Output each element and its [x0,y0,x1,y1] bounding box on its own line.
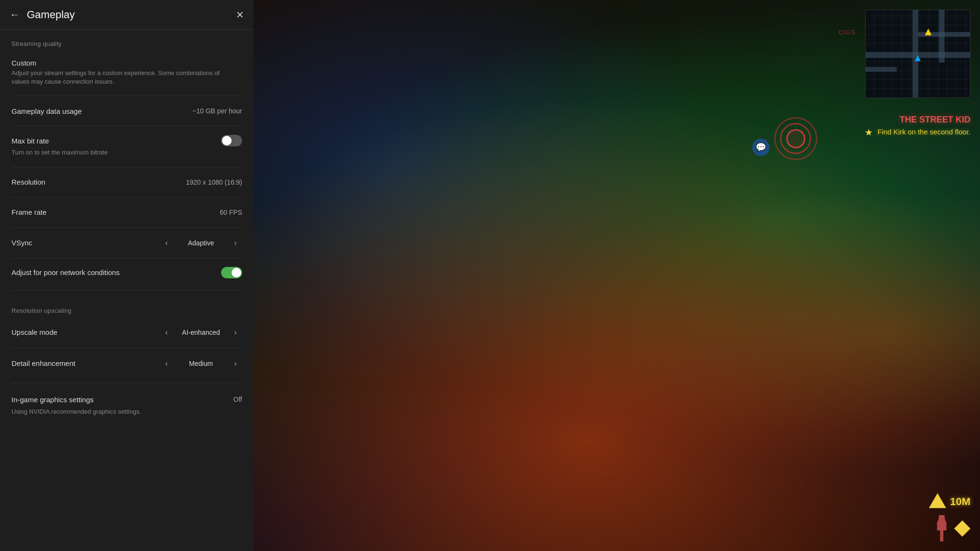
max-bit-rate-desc: Turn on to set the maximum bitrate [11,148,232,157]
max-bit-rate-toggle[interactable] [221,135,242,146]
upscale-mode-label: Upscale mode [11,328,160,336]
detail-enhancement-label: Detail enhancement [11,359,160,367]
upscale-mode-selector[interactable]: ‹ AI-enhanced › [160,326,242,339]
ingame-graphics-desc: Using NVIDIA recommended graphics settin… [11,408,232,416]
detail-enhancement-selector[interactable]: ‹ Medium › [160,357,242,370]
close-button[interactable]: ✕ [236,10,244,20]
custom-title: Custom [11,59,36,67]
gameplay-data-usage-label: Gameplay data usage [11,107,82,115]
upscale-mode-value: AI-enhanced [177,329,225,336]
adjust-network-label: Adjust for poor network conditions [11,268,221,276]
resolution-label: Resolution [11,178,45,186]
panel-content[interactable]: Streaming quality Custom Adjust your str… [0,30,254,551]
frame-rate-value: 60 FPS [220,209,242,216]
divider-1 [11,96,242,96]
detail-enhancement-value: Medium [177,360,225,367]
divider-2 [11,126,242,126]
vsync-next-button[interactable]: › [229,236,242,250]
gameplay-data-usage-row: Gameplay data usage ~10 GB per hour [0,98,254,124]
target-ring [774,117,817,160]
vsync-selector[interactable]: ‹ Adaptive › [160,236,242,250]
vsync-label: VSync [11,239,160,247]
resolution-value: 1920 x 1080 (16:9) [186,178,242,186]
detail-enhancement-prev-button[interactable]: ‹ [160,357,173,370]
divider-6 [11,258,242,259]
detail-enhancement-row: Detail enhancement ‹ Medium › [0,350,254,377]
section-divider-1 [11,290,242,291]
ingame-graphics-value: Off [234,396,242,403]
ingame-graphics-label: In-game graphics settings [11,396,234,404]
frame-rate-row: Frame rate 60 FPS [0,199,254,225]
max-bit-rate-row: Max bit rate Turn on to set the maximum … [0,128,254,165]
panel-title: Gameplay [27,9,236,21]
vsync-value: Adaptive [177,239,225,247]
quest-title: THE STREET KID [865,115,970,125]
upscale-mode-row: Upscale mode ‹ AI-enhanced › [0,319,254,346]
detail-enhancement-next-button[interactable]: › [229,357,242,370]
max-bit-rate-label: Max bit rate [11,137,49,145]
back-button[interactable]: ← [10,10,20,20]
section-divider-2 [11,383,242,383]
custom-desc: Adjust your stream settings for a custom… [11,69,232,86]
divider-7 [11,348,242,348]
warning-triangle-icon [929,493,946,510]
streaming-quality-label: Streaming quality [0,30,254,52]
adjust-network-toggle[interactable] [221,267,242,278]
ingame-graphics-row: In-game graphics settings Off Using NVID… [0,389,254,419]
quest-star-icon [865,129,873,136]
resolution-row: Resolution 1920 x 1080 (16:9) [0,169,254,195]
gameplay-data-usage-value: ~10 GB per hour [192,107,242,115]
resolution-upscaling-label: Resolution upscaling [0,297,254,319]
quest-ui: THE STREET KID Find Kirk on the second f… [865,115,970,136]
hud-bottom-right: 10M [929,493,970,541]
frame-rate-label: Frame rate [11,208,46,216]
vsync-prev-button[interactable]: ‹ [160,236,173,250]
minimap [865,10,970,98]
player-silhouette [935,515,948,541]
neon-sign-decoration: CIGS [838,29,856,36]
divider-3 [11,167,242,167]
distance-label: 10M [950,496,970,508]
adjust-network-row: Adjust for poor network conditions [0,261,254,285]
divider-5 [11,227,242,228]
chat-bubble-icon: 💬 [752,139,769,156]
quest-objective: Find Kirk on the second floor. [865,128,970,136]
divider-4 [11,197,242,198]
upscale-mode-next-button[interactable]: › [229,326,242,339]
diamond-icon [954,520,970,537]
custom-setting-row: Custom Adjust your stream settings for a… [0,52,254,94]
upscale-mode-prev-button[interactable]: ‹ [160,326,173,339]
vsync-row: VSync ‹ Adaptive › [0,230,254,256]
settings-panel: ← Gameplay ✕ Streaming quality Custom Ad… [0,0,254,551]
panel-header: ← Gameplay ✕ [0,0,254,30]
